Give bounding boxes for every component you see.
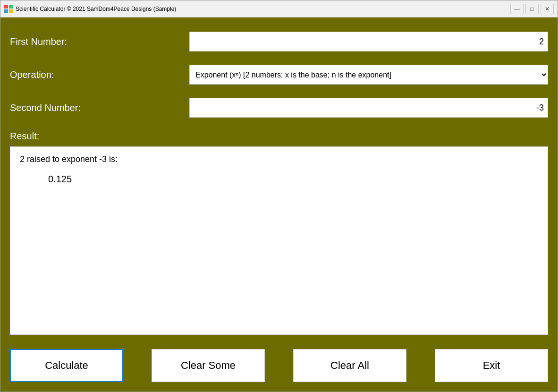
first-number-row: First Number: xyxy=(10,32,548,51)
first-number-input[interactable] xyxy=(189,32,548,51)
clear-some-button[interactable]: Clear Some xyxy=(152,349,265,382)
window-controls: — □ ✕ xyxy=(510,4,554,14)
result-value: 0.125 xyxy=(20,174,538,185)
main-content: First Number: Operation: Exponent (xⁿ) [… xyxy=(0,17,558,392)
maximize-button[interactable]: □ xyxy=(525,4,539,14)
button-row: Calculate Clear Some Clear All Exit xyxy=(10,344,548,382)
second-number-label: Second Number: xyxy=(10,102,189,113)
exit-button[interactable]: Exit xyxy=(435,349,548,382)
second-number-input[interactable] xyxy=(189,98,548,118)
second-number-row: Second Number: xyxy=(10,98,548,118)
close-button[interactable]: ✕ xyxy=(541,4,554,14)
calculate-button[interactable]: Calculate xyxy=(10,349,123,382)
operation-label: Operation: xyxy=(10,69,189,80)
operation-row: Operation: Exponent (xⁿ) [2 numbers: x i… xyxy=(10,65,548,85)
result-box: 2 raised to exponent -3 is: 0.125 xyxy=(10,146,548,335)
clear-all-button[interactable]: Clear All xyxy=(293,349,406,382)
title-bar: Scientific Calculator © 2021 SamDom4Peac… xyxy=(0,0,558,17)
svg-rect-1 xyxy=(9,5,13,9)
app-icon xyxy=(4,5,13,13)
window-title: Scientific Calculator © 2021 SamDom4Peac… xyxy=(16,6,510,12)
svg-rect-0 xyxy=(4,5,8,9)
minimize-button[interactable]: — xyxy=(510,4,524,14)
first-number-label: First Number: xyxy=(10,36,189,47)
main-window: Scientific Calculator © 2021 SamDom4Peac… xyxy=(0,0,558,392)
svg-rect-3 xyxy=(9,9,13,13)
svg-rect-2 xyxy=(4,9,8,13)
operation-select[interactable]: Exponent (xⁿ) [2 numbers: x is the base;… xyxy=(189,65,548,85)
result-label: Result: xyxy=(10,131,548,142)
result-description: 2 raised to exponent -3 is: xyxy=(20,154,538,164)
